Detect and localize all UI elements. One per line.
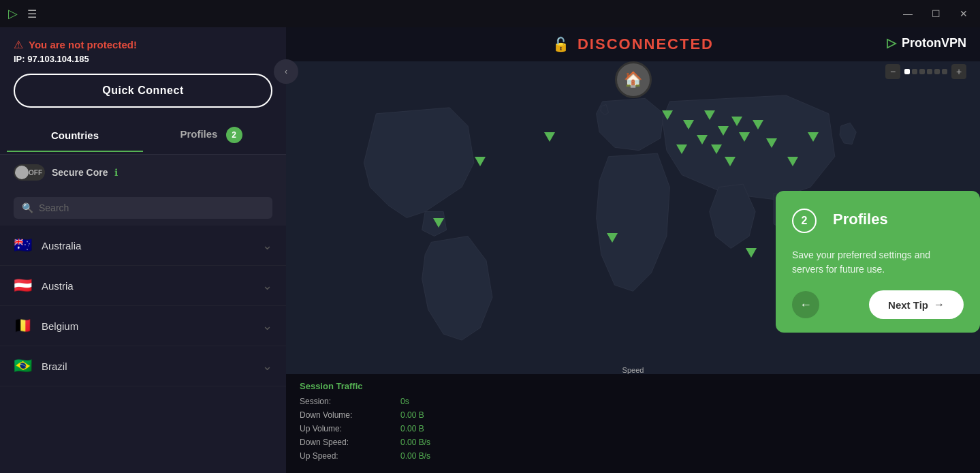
- server-pin: [718, 126, 729, 136]
- country-name: Australia: [42, 240, 253, 251]
- server-pin: [753, 120, 763, 129]
- warning-icon: ⚠: [14, 38, 23, 51]
- server-pin: [808, 132, 819, 142]
- server-pin: [731, 117, 742, 126]
- list-item[interactable]: 🇦🇺 Australia ⌄: [0, 226, 286, 266]
- toggle-off-label: OFF: [29, 169, 42, 177]
- country-list: 🇦🇺 Australia ⌄ 🇦🇹 Austria ⌄ 🇧🇪 Belgium ⌄…: [0, 226, 286, 473]
- chevron-down-icon: ⌄: [262, 318, 272, 333]
- proton-logo-icon: ▷: [8, 6, 18, 21]
- next-tip-button[interactable]: Next Tip →: [869, 290, 964, 319]
- country-name: Belgium: [42, 320, 253, 332]
- stats-grid: Session: 0s Down Volume: 0.00 B Up Volum…: [300, 395, 966, 462]
- tooltip-overlay: 2 Profiles Save your preferred settings …: [776, 191, 980, 333]
- info-icon[interactable]: ℹ: [114, 167, 118, 178]
- speed-chart-label: Speed: [622, 366, 644, 374]
- protonvpn-label: ▷ ProtonVPN: [887, 35, 966, 50]
- hamburger-menu-icon[interactable]: ☰: [27, 7, 37, 20]
- server-pin: [725, 157, 736, 166]
- secure-core-row: OFF Secure Core ℹ: [0, 155, 286, 190]
- tooltip-back-button[interactable]: ←: [792, 291, 819, 318]
- title-bar: ▷ ☰ — ☐ ✕: [0, 0, 980, 27]
- list-item[interactable]: 🇧🇪 Belgium ⌄: [0, 306, 286, 346]
- search-input[interactable]: [39, 202, 264, 213]
- server-pin: [739, 132, 750, 142]
- server-pin: [662, 110, 673, 120]
- server-pin: [766, 138, 777, 148]
- stat-label-up-vol: Up Volume:: [300, 423, 395, 435]
- warning-bar: ⚠ You are not protected!: [14, 38, 272, 51]
- tooltip-description: Save your preferred settings and servers…: [792, 248, 964, 277]
- connection-status: DISCONNECTED: [578, 35, 714, 53]
- stat-label-session: Session:: [300, 395, 395, 408]
- country-name: Brazil: [42, 361, 253, 372]
- server-pin: [746, 248, 757, 258]
- secure-core-label: Secure Core: [52, 167, 108, 178]
- sidebar-top: ⚠ You are not protected! IP: 97.103.104.…: [0, 27, 286, 116]
- sidebar: ⚠ You are not protected! IP: 97.103.104.…: [0, 27, 286, 473]
- arrow-right-icon: →: [934, 299, 945, 311]
- chevron-down-icon: ⌄: [262, 278, 272, 293]
- country-name: Austria: [42, 280, 253, 292]
- warning-text: You are not protected!: [29, 39, 137, 50]
- stat-label-down-vol: Down Volume:: [300, 409, 395, 421]
- server-pin: [697, 135, 708, 144]
- chevron-down-icon: ⌄: [262, 358, 272, 373]
- secure-core-toggle[interactable]: OFF: [14, 164, 45, 181]
- server-pin: [433, 218, 444, 228]
- server-pin: [683, 120, 694, 129]
- maximize-button[interactable]: ☐: [928, 7, 945, 20]
- tooltip-title: Profiles: [833, 207, 888, 232]
- map-panel: 🔓 DISCONNECTED 🏠 ▷ ProtonVPN − +: [286, 27, 980, 473]
- profiles-badge: 2: [226, 127, 242, 143]
- stat-value-session: 0s: [395, 395, 966, 408]
- chevron-down-icon: ⌄: [262, 238, 272, 253]
- stat-value-down-vol: 0.00 B: [395, 409, 966, 421]
- stat-value-up-vol: 0.00 B: [395, 423, 966, 435]
- minimize-button[interactable]: —: [899, 7, 917, 20]
- ip-display: IP: 97.103.104.185: [14, 54, 272, 64]
- stat-label-up-speed: Up Speed:: [300, 450, 395, 462]
- list-item[interactable]: 🇧🇷 Brazil ⌄: [0, 346, 286, 386]
- server-pin: [704, 110, 715, 120]
- stats-panel: Session Traffic Session: 0s Down Volume:…: [286, 374, 980, 473]
- search-icon: 🔍: [22, 202, 33, 213]
- stats-title: Session Traffic: [300, 381, 966, 391]
- tooltip-number: 2: [792, 209, 817, 233]
- search-wrap: 🔍: [14, 197, 272, 219]
- server-pin: [676, 144, 687, 154]
- close-button[interactable]: ✕: [955, 7, 972, 20]
- title-bar-right: — ☐ ✕: [899, 7, 972, 20]
- title-bar-left: ▷ ☰: [8, 6, 37, 21]
- flag-icon: 🇧🇷: [14, 357, 32, 375]
- tooltip-actions: ← Next Tip →: [792, 290, 964, 319]
- toggle-knob: [15, 166, 29, 179]
- server-pin: [787, 157, 798, 166]
- tabs-bar: Countries Profiles 2: [0, 116, 286, 155]
- app-body: ⚠ You are not protected! IP: 97.103.104.…: [0, 27, 980, 473]
- stat-label-down-speed: Down Speed:: [300, 436, 395, 448]
- server-pin: [607, 233, 618, 243]
- server-pin: [475, 157, 486, 166]
- flag-icon: 🇧🇪: [14, 317, 32, 335]
- proton-logo-icon: ▷: [887, 35, 896, 50]
- map-top-bar: 🔓 DISCONNECTED: [286, 27, 980, 61]
- flag-icon: 🇦🇺: [14, 236, 32, 254]
- stat-value-up-speed: 0.00 B/s: [395, 450, 966, 462]
- stat-value-down-speed: 0.00 B/s: [395, 436, 966, 448]
- quick-connect-button[interactable]: Quick Connect: [14, 74, 272, 108]
- tab-countries[interactable]: Countries: [7, 119, 143, 152]
- flag-icon: 🇦🇹: [14, 277, 32, 294]
- server-pin: [544, 132, 555, 142]
- server-pin: [711, 144, 722, 154]
- sidebar-collapse-button[interactable]: ‹: [274, 59, 298, 84]
- lock-icon: 🔓: [552, 36, 569, 52]
- search-box: 🔍: [0, 190, 286, 226]
- tab-profiles[interactable]: Profiles 2: [143, 116, 279, 154]
- list-item[interactable]: 🇦🇹 Austria ⌄: [0, 266, 286, 306]
